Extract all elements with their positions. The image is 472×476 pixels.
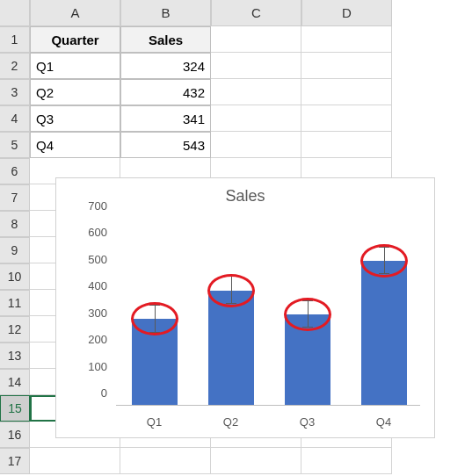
annotation-oval <box>360 244 408 278</box>
cell-B3[interactable]: 432 <box>120 79 211 105</box>
row-header-1[interactable]: 1 <box>0 26 30 53</box>
cell-C5[interactable] <box>211 132 301 158</box>
cell-D3[interactable] <box>301 79 392 105</box>
cell-A5[interactable]: Q4 <box>30 132 120 158</box>
cell-C1[interactable] <box>211 26 301 53</box>
cell-A4[interactable]: Q3 <box>30 105 120 132</box>
y-tick-label: 200 <box>88 333 107 346</box>
chart-plot <box>116 220 420 406</box>
embedded-chart[interactable]: Sales 0100200300400500600700 Q1Q2Q3Q4 <box>55 177 435 438</box>
cell-A1[interactable]: Quarter <box>30 26 120 53</box>
row-header-13[interactable]: 13 <box>0 343 30 369</box>
y-tick-label: 400 <box>88 279 107 292</box>
cell-B2[interactable]: 324 <box>120 53 211 79</box>
x-tick-label: Q1 <box>147 415 162 429</box>
row-header-11[interactable]: 11 <box>0 290 30 316</box>
y-tick-label: 500 <box>88 252 107 265</box>
row-header-5[interactable]: 5 <box>0 132 30 158</box>
y-tick-label: 700 <box>88 199 107 213</box>
cell-D1[interactable] <box>301 26 392 53</box>
row-header-2[interactable]: 2 <box>0 53 30 79</box>
y-tick-label: 300 <box>88 306 107 319</box>
cell-A2[interactable]: Q1 <box>30 53 120 79</box>
row-header-16[interactable]: 16 <box>0 422 30 448</box>
annotation-oval <box>207 274 255 307</box>
row-header-3[interactable]: 3 <box>0 79 30 105</box>
plot-area: 0100200300400500600700 <box>77 220 424 406</box>
col-header-C[interactable]: C <box>211 0 301 26</box>
row-header-8[interactable]: 8 <box>0 211 30 237</box>
cell-B5[interactable]: 543 <box>120 132 211 158</box>
x-axis-line <box>116 405 420 406</box>
cell-B1[interactable]: Sales <box>120 26 211 53</box>
row-header-15[interactable]: 15 <box>0 395 30 422</box>
row-header-14[interactable]: 14 <box>0 369 30 395</box>
y-axis: 0100200300400500600700 <box>77 220 113 406</box>
row-header-4[interactable]: 4 <box>0 105 30 132</box>
row-header-7[interactable]: 7 <box>0 184 30 211</box>
cell-C2[interactable] <box>211 53 301 79</box>
cell-D5[interactable] <box>301 132 392 158</box>
cell-B4[interactable]: 341 <box>120 105 211 132</box>
select-all-corner[interactable] <box>0 0 30 26</box>
row-header-9[interactable]: 9 <box>0 237 30 263</box>
chart-bar[interactable] <box>208 291 254 406</box>
row-header-10[interactable]: 10 <box>0 263 30 290</box>
chart-bar[interactable] <box>361 261 407 406</box>
annotation-oval <box>131 302 178 335</box>
cell-C4[interactable] <box>211 105 301 132</box>
y-tick-label: 600 <box>88 226 107 239</box>
row-header-17[interactable]: 17 <box>0 448 30 474</box>
col-header-B[interactable]: B <box>120 0 211 26</box>
x-tick-label: Q4 <box>376 415 391 429</box>
x-tick-label: Q3 <box>300 415 315 429</box>
cell-C3[interactable] <box>211 79 301 105</box>
col-header-A[interactable]: A <box>30 0 120 26</box>
row-header-6[interactable]: 6 <box>0 158 30 184</box>
annotation-oval <box>284 298 331 331</box>
cell-D4[interactable] <box>301 105 392 132</box>
chart-title: Sales <box>56 178 434 211</box>
col-header-D[interactable]: D <box>301 0 392 26</box>
x-tick-label: Q2 <box>223 415 238 429</box>
y-tick-label: 100 <box>88 359 107 372</box>
cell-A3[interactable]: Q2 <box>30 79 120 105</box>
y-tick-label: 0 <box>101 386 107 400</box>
cell-D2[interactable] <box>301 53 392 79</box>
row-header-12[interactable]: 12 <box>0 316 30 343</box>
